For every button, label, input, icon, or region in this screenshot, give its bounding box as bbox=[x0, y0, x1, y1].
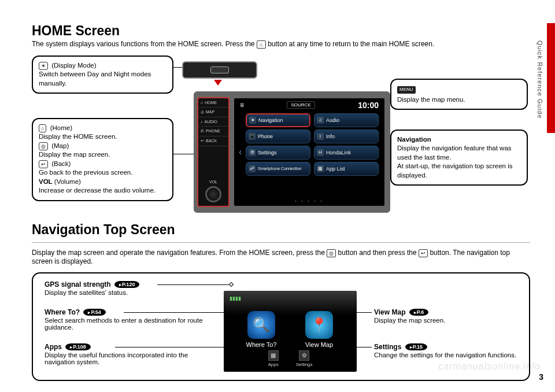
where-desc: Select search methods to enter a destina… bbox=[45, 317, 218, 331]
home-intro-a: The system displays various functions fr… bbox=[32, 40, 257, 48]
chevron-left-icon[interactable]: ‹ bbox=[239, 147, 242, 157]
info-icon: i bbox=[317, 133, 324, 140]
map-icon: ◎ bbox=[327, 249, 336, 257]
grid-icon: ▦ bbox=[317, 165, 324, 172]
item-view-map: View Map P.6 Display the map screen. bbox=[374, 308, 524, 324]
view-map-button[interactable]: 📍 View Map bbox=[295, 311, 343, 348]
page-number: 3 bbox=[539, 372, 543, 382]
device-top-strip bbox=[182, 61, 257, 79]
gps-signal-icon[interactable]: ▮▮▮▮ bbox=[230, 295, 241, 301]
item-gps: GPS signal strength P.120 Display the sa… bbox=[45, 280, 218, 296]
home-intro-b: button at any time to return to the main… bbox=[268, 40, 434, 48]
link-icon: H bbox=[317, 149, 324, 156]
back-text: Go back to the previous screen. bbox=[39, 169, 132, 176]
back-icon: ↩ bbox=[39, 160, 48, 168]
view-title: View Map bbox=[374, 308, 405, 316]
tile-smartphone[interactable]: ☍Smartphone Connection bbox=[246, 162, 310, 176]
pointer-arrow bbox=[214, 80, 222, 86]
nav-top-screen-device: ▮▮▮▮ 🔍 Where To? 📍 View Map ▦ Apps ⚙ bbox=[224, 291, 357, 372]
item-where: Where To? P.54 Select search methods to … bbox=[45, 308, 218, 331]
vol-text: Increase or decrease the audio volume. bbox=[39, 187, 156, 194]
clock: 10:00 bbox=[358, 101, 379, 110]
callout-physical-buttons: ⌂ (Home) Display the HOME screen. ◎ (Map… bbox=[32, 118, 173, 201]
display-mode-text: Switch between Day and Night modes manua… bbox=[39, 71, 151, 87]
hw-button-phone[interactable]: ✆PHONE bbox=[198, 127, 228, 136]
where-to-button[interactable]: 🔍 Where To? bbox=[238, 311, 285, 348]
tile-audio[interactable]: ♫Audio bbox=[314, 113, 379, 127]
tile-settings[interactable]: ⚙Settings bbox=[246, 146, 310, 160]
leader-line bbox=[157, 284, 231, 285]
device-screen: ≡ SOURCE 10:00 ‹ ➤Navigation ♫Audio 📱Pho… bbox=[234, 98, 384, 206]
tile-phone[interactable]: 📱Phone bbox=[246, 130, 310, 143]
apps-button[interactable]: ▦ Apps bbox=[268, 350, 278, 367]
home-icon: ⌂ bbox=[39, 124, 46, 132]
settings-title: Settings bbox=[374, 343, 401, 351]
heading-nav-top: Navigation Top Screen bbox=[32, 222, 530, 238]
smartphone-icon: ☍ bbox=[249, 165, 256, 172]
device-left-panel: ⌂HOME ◎MAP ♪AUDIO ✆PHONE ↩BACK VOL bbox=[197, 97, 230, 207]
page-ref: P.54 bbox=[83, 309, 105, 316]
map-pin-icon: 📍 bbox=[305, 311, 333, 339]
hw-button-map[interactable]: ◎MAP bbox=[198, 108, 228, 117]
phone-icon: 📱 bbox=[249, 133, 256, 140]
menu-text: Display the map menu. bbox=[397, 96, 465, 103]
volume-knob[interactable] bbox=[205, 186, 221, 202]
page-ref: P.6 bbox=[409, 309, 428, 316]
home-label: (Home) bbox=[50, 124, 72, 131]
gps-desc: Display the satellites' status. bbox=[45, 289, 218, 296]
leader-line bbox=[173, 154, 195, 154]
map-text: Display the map screen. bbox=[39, 151, 110, 158]
leader-diamond bbox=[229, 282, 234, 286]
map-label: (Map) bbox=[51, 142, 69, 149]
nav-intro-a: Display the map screen and operate the n… bbox=[32, 249, 327, 257]
nav-intro: Display the map screen and operate the n… bbox=[32, 249, 530, 265]
nav-title: Navigation bbox=[397, 136, 431, 143]
menu-badge: MENU bbox=[397, 86, 416, 94]
page-ref: P.120 bbox=[114, 281, 139, 288]
vol-label: VOL bbox=[39, 178, 53, 185]
callout-navigation: Navigation Display the navigation featur… bbox=[390, 130, 528, 186]
divider bbox=[32, 242, 530, 243]
music-icon: ♫ bbox=[317, 117, 324, 124]
menu-icon[interactable]: ≡ bbox=[240, 101, 244, 109]
section-tab bbox=[547, 23, 555, 133]
tile-navigation[interactable]: ➤Navigation bbox=[246, 113, 310, 127]
hw-button-audio[interactable]: ♪AUDIO bbox=[198, 117, 228, 127]
apps-title: Apps bbox=[45, 343, 62, 351]
source-button[interactable]: SOURCE bbox=[287, 101, 314, 109]
hw-button-home[interactable]: ⌂HOME bbox=[198, 98, 228, 108]
settings-label: Settings bbox=[296, 362, 313, 367]
tile-applist[interactable]: ▦App List bbox=[314, 162, 379, 176]
view-desc: Display the map screen. bbox=[374, 317, 524, 324]
callout-display-mode: ☀ (Display Mode) Switch between Day and … bbox=[32, 56, 173, 94]
item-apps: Apps P.108 Display the useful functions … bbox=[45, 343, 218, 365]
settings-button[interactable]: ⚙ Settings bbox=[296, 350, 313, 367]
back-icon: ↩ bbox=[419, 249, 428, 257]
page-dots: • • • • • bbox=[234, 198, 384, 204]
where-title: Where To? bbox=[45, 308, 80, 316]
nav-l1: Display the navigation feature that was … bbox=[397, 145, 512, 161]
tile-hondalink[interactable]: HHondaLink bbox=[314, 146, 379, 160]
map-icon: ◎ bbox=[39, 142, 48, 150]
gps-title: GPS signal strength bbox=[45, 280, 111, 289]
where-label: Where To? bbox=[246, 341, 277, 348]
view-label: View Map bbox=[305, 341, 333, 348]
nav-arrow-icon: ➤ bbox=[249, 117, 256, 124]
gear-icon: ⚙ bbox=[299, 350, 309, 361]
home-intro: The system displays various functions fr… bbox=[32, 40, 530, 49]
settings-desc: Change the settings for the navigation f… bbox=[374, 352, 524, 358]
apps-desc: Display the useful functions incorporate… bbox=[45, 352, 218, 365]
home-icon: ⌂ bbox=[257, 40, 266, 49]
home-text: Display the HOME screen. bbox=[39, 133, 117, 140]
back-label: (Back) bbox=[51, 160, 71, 167]
infotainment-device: ⌂HOME ◎MAP ♪AUDIO ✆PHONE ↩BACK VOL ≡ SOU… bbox=[194, 91, 390, 213]
nav-top-box: GPS signal strength P.120 Display the sa… bbox=[32, 272, 530, 381]
tile-info[interactable]: iInfo bbox=[314, 130, 379, 143]
item-settings: Settings P.15 Change the settings for th… bbox=[374, 343, 524, 358]
display-mode-label: (Display Mode) bbox=[51, 62, 96, 69]
gear-icon: ⚙ bbox=[249, 149, 256, 156]
nav-l2: At start-up, the navigation top screen i… bbox=[397, 162, 512, 179]
hw-button-back[interactable]: ↩BACK bbox=[198, 136, 228, 146]
apps-label: Apps bbox=[268, 362, 278, 367]
heading-home-screen: HOME Screen bbox=[32, 23, 530, 39]
